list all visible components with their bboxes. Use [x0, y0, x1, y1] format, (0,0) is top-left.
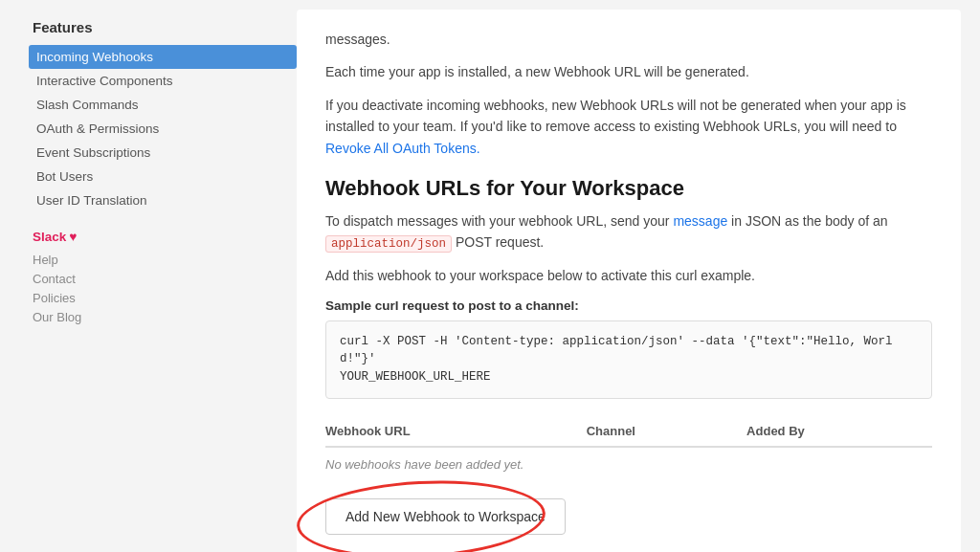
- sidebar-section-title: Features: [29, 19, 297, 35]
- sidebar-item-interactive-components[interactable]: Interactive Components: [29, 69, 297, 93]
- sidebar-nav: Incoming Webhooks Interactive Components…: [29, 45, 297, 212]
- dispatch-after: POST request.: [456, 234, 544, 250]
- sidebar-link-bot-users[interactable]: Bot Users: [29, 165, 297, 188]
- dispatch-before: To dispatch messages with your webhook U…: [325, 213, 670, 229]
- intro-text-1: messages.: [325, 29, 932, 50]
- webhook-table-body: No webhooks have been added yet.: [325, 447, 932, 481]
- footer-link-policies[interactable]: Policies: [33, 290, 297, 305]
- sample-label: Sample curl request to post to a channel…: [325, 298, 932, 313]
- sidebar-footer: Slack ♥ Help Contact Policies Our Blog: [29, 230, 297, 324]
- sidebar-link-user-id-translation[interactable]: User ID Translation: [29, 188, 297, 212]
- sidebar-item-incoming-webhooks[interactable]: Incoming Webhooks: [29, 45, 297, 69]
- webhook-table: Webhook URL Channel Added By No webhooks…: [325, 418, 932, 481]
- webhook-table-head: Webhook URL Channel Added By: [325, 418, 932, 447]
- footer-link-blog-anchor[interactable]: Our Blog: [33, 310, 81, 324]
- intro-text-3: If you deactivate incoming webhooks, new…: [325, 95, 932, 159]
- dispatch-middle: in JSON as the body of an: [731, 213, 887, 229]
- sidebar-item-oauth-permissions[interactable]: OAuth & Permissions: [29, 117, 297, 141]
- add-webhook-area: Add New Webhook to Workspace: [325, 498, 566, 535]
- footer-link-policies-anchor[interactable]: Policies: [33, 291, 76, 305]
- code-inline-label: application/json: [325, 235, 452, 253]
- page-wrapper: Features Incoming Webhooks Interactive C…: [0, 0, 980, 552]
- col-added-by: Added By: [746, 418, 932, 447]
- sidebar-link-incoming-webhooks[interactable]: Incoming Webhooks: [29, 45, 297, 69]
- sidebar-item-bot-users[interactable]: Bot Users: [29, 165, 297, 188]
- section-heading: Webhook URLs for Your Workspace: [325, 176, 932, 201]
- main-content: messages. Each time your app is installe…: [297, 10, 961, 552]
- sidebar-item-event-subscriptions[interactable]: Event Subscriptions: [29, 141, 297, 165]
- webhook-no-data-row: No webhooks have been added yet.: [325, 447, 932, 481]
- message-link[interactable]: message: [673, 213, 727, 229]
- footer-link-contact[interactable]: Contact: [33, 271, 297, 286]
- sidebar-link-event-subscriptions[interactable]: Event Subscriptions: [29, 141, 297, 165]
- dispatch-text: To dispatch messages with your webhook U…: [325, 210, 932, 254]
- footer-link-help-anchor[interactable]: Help: [33, 253, 58, 267]
- slack-link[interactable]: Slack ♥: [33, 230, 297, 244]
- footer-link-our-blog[interactable]: Our Blog: [33, 309, 297, 324]
- no-webhooks-text: No webhooks have been added yet.: [325, 447, 932, 481]
- slack-label: Slack: [33, 230, 66, 244]
- intro-text-3-before: If you deactivate incoming webhooks, new…: [325, 98, 906, 134]
- sidebar-item-slash-commands[interactable]: Slash Commands: [29, 93, 297, 117]
- footer-link-help[interactable]: Help: [33, 252, 297, 267]
- sidebar: Features Incoming Webhooks Interactive C…: [0, 0, 297, 552]
- col-webhook-url: Webhook URL: [325, 418, 587, 447]
- intro-text-2: Each time your app is installed, a new W…: [325, 61, 932, 82]
- code-block: curl -X POST -H 'Content-type: applicati…: [325, 320, 932, 399]
- footer-links: Help Contact Policies Our Blog: [33, 252, 297, 324]
- add-webhook-button[interactable]: Add New Webhook to Workspace: [325, 498, 566, 535]
- sidebar-link-interactive-components[interactable]: Interactive Components: [29, 69, 297, 93]
- sidebar-link-oauth-permissions[interactable]: OAuth & Permissions: [29, 117, 297, 141]
- webhook-table-header-row: Webhook URL Channel Added By: [325, 418, 932, 447]
- sidebar-item-user-id-translation[interactable]: User ID Translation: [29, 188, 297, 212]
- sidebar-link-slash-commands[interactable]: Slash Commands: [29, 93, 297, 117]
- revoke-link[interactable]: Revoke All OAuth Tokens.: [325, 141, 480, 156]
- slack-heart: ♥: [69, 230, 77, 244]
- footer-link-contact-anchor[interactable]: Contact: [33, 272, 76, 286]
- add-webhook-text: Add this webhook to your workspace below…: [325, 265, 932, 286]
- col-channel: Channel: [587, 418, 746, 447]
